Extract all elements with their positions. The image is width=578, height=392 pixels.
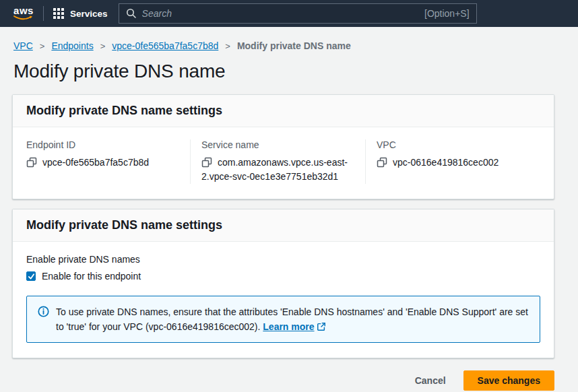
vpc-column: VPC vpc-0616e419816cec002 bbox=[365, 139, 540, 184]
private-dns-info-alert: To use private DNS names, ensure that th… bbox=[26, 296, 540, 343]
summary-card-title: Modify private DNS name settings bbox=[26, 104, 540, 118]
copy-service-name-icon[interactable] bbox=[201, 157, 212, 168]
copy-endpoint-id-icon[interactable] bbox=[26, 157, 37, 168]
vpc-label: VPC bbox=[377, 139, 529, 150]
breadcrumb-separator: > bbox=[100, 41, 106, 51]
services-grid-icon bbox=[53, 8, 64, 19]
checkmark-icon bbox=[28, 273, 35, 280]
service-name-label: Service name bbox=[201, 139, 354, 150]
enable-endpoint-checkbox-label: Enable for this endpoint bbox=[42, 271, 141, 282]
enable-endpoint-checkbox[interactable] bbox=[26, 271, 36, 281]
aws-smile-icon bbox=[13, 15, 34, 21]
main-content: VPC > Endpoints > vpce-0fe565ba7fa5c7b8d… bbox=[0, 27, 578, 391]
info-icon bbox=[38, 306, 49, 317]
aws-logo[interactable]: aws bbox=[13, 6, 34, 21]
learn-more-link[interactable]: Learn more bbox=[263, 321, 314, 332]
settings-card-body: Enable private DNS names Enable for this… bbox=[13, 242, 554, 358]
cancel-button[interactable]: Cancel bbox=[415, 375, 446, 386]
global-search-box[interactable]: [Option+S] bbox=[119, 3, 477, 24]
top-navigation-bar: aws Services [Option+S] bbox=[0, 0, 578, 27]
vpc-value: vpc-0616e419816cec002 bbox=[393, 157, 499, 168]
summary-card: Modify private DNS name settings Endpoin… bbox=[12, 94, 554, 199]
enable-private-dns-label: Enable private DNS names bbox=[26, 254, 540, 265]
page-title: Modify private DNS name bbox=[13, 61, 554, 82]
services-label: Services bbox=[70, 9, 108, 19]
breadcrumb: VPC > Endpoints > vpce-0fe565ba7fa5c7b8d… bbox=[13, 40, 554, 51]
search-input[interactable] bbox=[142, 8, 419, 19]
breadcrumb-separator: > bbox=[225, 41, 230, 51]
endpoint-id-column: Endpoint ID vpce-0fe565ba7fa5c7b8d bbox=[26, 139, 190, 184]
endpoint-id-value-row: vpce-0fe565ba7fa5c7b8d bbox=[26, 156, 179, 170]
breadcrumb-link-endpoints[interactable]: Endpoints bbox=[51, 40, 93, 51]
search-shortcut-hint: [Option+S] bbox=[424, 8, 470, 19]
endpoint-id-label: Endpoint ID bbox=[26, 139, 179, 150]
service-name-value: com.amazonaws.vpce.us-east-2.vpce-svc-0e… bbox=[201, 157, 348, 182]
breadcrumb-link-vpc[interactable]: VPC bbox=[13, 40, 33, 51]
search-icon bbox=[126, 8, 137, 19]
breadcrumb-link-endpoint-id[interactable]: vpce-0fe565ba7fa5c7b8d bbox=[112, 40, 218, 51]
save-changes-button[interactable]: Save changes bbox=[463, 370, 554, 391]
enable-endpoint-checkbox-row[interactable]: Enable for this endpoint bbox=[26, 271, 540, 282]
vpc-value-row: vpc-0616e419816cec002 bbox=[377, 156, 529, 170]
topbar-divider bbox=[43, 6, 44, 21]
copy-vpc-id-icon[interactable] bbox=[377, 157, 387, 168]
aws-logo-text: aws bbox=[13, 6, 34, 15]
services-menu-button[interactable]: Services bbox=[53, 8, 108, 19]
settings-card-title: Modify private DNS name settings bbox=[26, 218, 540, 232]
service-name-value-row: com.amazonaws.vpce.us-east-2.vpce-svc-0e… bbox=[201, 156, 354, 184]
endpoint-id-value: vpce-0fe565ba7fa5c7b8d bbox=[42, 157, 149, 168]
settings-card: Modify private DNS name settings Enable … bbox=[12, 209, 554, 358]
settings-card-header: Modify private DNS name settings bbox=[13, 209, 554, 242]
external-link-icon[interactable] bbox=[317, 322, 326, 331]
summary-card-header: Modify private DNS name settings bbox=[13, 95, 554, 127]
service-name-column: Service name com.amazonaws.vpce.us-east-… bbox=[190, 139, 365, 184]
breadcrumb-current-page: Modify private DNS name bbox=[237, 40, 351, 51]
form-actions: Cancel Save changes bbox=[12, 368, 554, 391]
summary-card-body: Endpoint ID vpce-0fe565ba7fa5c7b8d Servi… bbox=[13, 127, 554, 199]
breadcrumb-separator: > bbox=[40, 41, 45, 51]
alert-message: To use private DNS names, ensure that th… bbox=[56, 304, 529, 334]
